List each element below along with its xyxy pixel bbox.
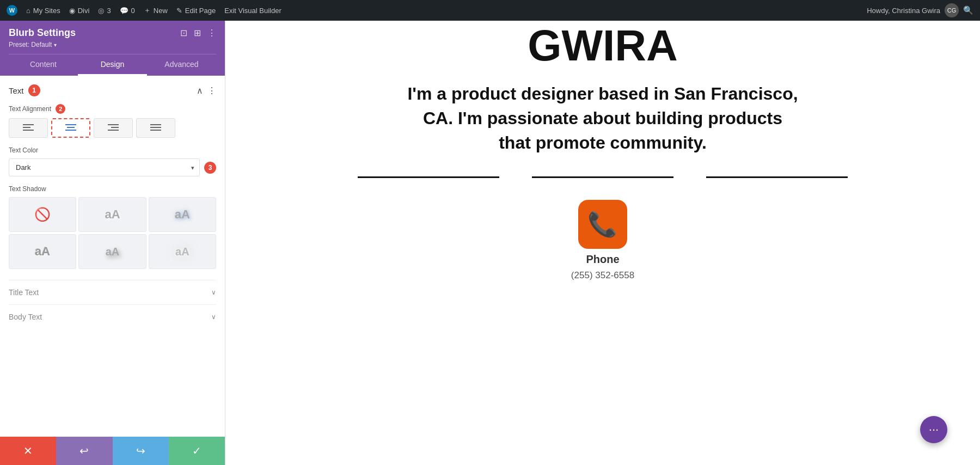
wordpress-icon: W [7,5,17,16]
edit-page-button[interactable]: ✎ Edit Page [176,7,216,15]
speech-bubble-menu[interactable]: 💬 0 [120,7,135,15]
phone-icon: 📞 [587,210,617,238]
text-section-title: Text 1 [9,84,40,96]
tab-advanced[interactable]: Advanced [147,54,216,76]
align-right-button[interactable] [94,118,133,138]
edit-page-label: Edit Page [185,7,216,15]
fab-button[interactable]: ··· [920,416,947,443]
panel-title: Blurb Settings [9,27,76,39]
bottom-toolbar: ✕ ↩ ↪ ✓ [0,437,225,465]
preview-panel: GWIRA I'm a product designer based in Sa… [225,21,980,465]
divider-3 [706,176,848,178]
panel-tabs: Content Design Advanced [9,54,216,76]
sites-icon: ⌂ [26,7,30,15]
text-shadow-label: Text Shadow [9,185,216,193]
shadow-none-option[interactable]: 🚫 [9,197,76,232]
panel-title-row: Blurb Settings ⊡ ⊞ ⋮ [9,27,216,39]
text-shadow-grid: 🚫 aA aA aA aA aA [9,197,216,269]
align-center-button[interactable] [51,118,90,138]
section-menu-icon[interactable]: ⋮ [207,85,216,96]
admin-bar-right: Howdy, Christina Gwira CG 🔍 [867,3,973,17]
preset-selector[interactable]: Preset: Default ▾ [9,41,216,48]
shadow-v4-preview: aA [106,246,120,258]
body-text-section: Body Text ∨ [9,304,216,329]
redo-button[interactable]: ↪ [113,437,169,465]
align-justify-icon [150,123,161,133]
avatar[interactable]: CG [945,3,959,17]
exit-visual-builder-button[interactable]: Exit Visual Builder [224,7,281,15]
phone-label: Phone [586,253,619,266]
align-left-button[interactable] [9,118,48,138]
fab-icon: ··· [929,423,939,437]
new-menu[interactable]: ＋ New [144,5,168,15]
shadow-v2-preview: aA [175,207,190,222]
section-controls: ∧ ⋮ [197,85,216,96]
panel-header-icons: ⊡ ⊞ ⋮ [180,28,216,38]
preview-site-title: GWIRA [258,21,947,71]
wp-logo[interactable]: W [7,5,17,16]
phone-number: (255) 352-6558 [571,270,634,281]
pencil-icon: ✎ [176,7,182,15]
text-color-row: Dark Light Custom ▾ 3 [9,158,216,176]
align-center-icon [65,123,76,133]
admin-bar: W ⌂ My Sites ◉ Divi ◎ 3 💬 0 ＋ New ✎ Edit… [0,0,980,21]
svg-rect-6 [108,124,119,125]
svg-rect-11 [150,130,161,131]
shadow-v4-option[interactable]: aA [78,234,146,269]
my-sites-menu[interactable]: ⌂ My Sites [26,7,60,15]
title-text-header[interactable]: Title Text ∨ [9,288,216,297]
svg-rect-3 [65,124,76,125]
text-alignment-label: Text Alignment 2 [9,104,216,114]
more-options-icon[interactable]: ⋮ [207,28,216,38]
screen-options-icon[interactable]: ⊡ [180,28,187,38]
svg-rect-7 [111,127,119,128]
divi-icon: ◉ [69,7,75,15]
svg-rect-0 [23,124,34,125]
main-layout: Blurb Settings ⊡ ⊞ ⋮ Preset: Default ▾ C… [0,21,980,465]
divi-label: Divi [78,7,90,15]
title-text-section: Title Text ∨ [9,280,216,304]
title-text-label: Title Text [9,288,39,297]
preview-dividers [358,176,848,178]
shadow-v3-option[interactable]: aA [9,234,76,269]
search-icon[interactable]: 🔍 [963,5,973,15]
text-color-select[interactable]: Dark Light Custom [9,158,200,176]
shadow-v3-preview: aA [35,244,50,259]
undo-button[interactable]: ↩ [56,437,112,465]
preview-tagline: I'm a product designer based in San Fran… [407,82,799,155]
divider-1 [358,176,499,178]
align-justify-button[interactable] [136,118,175,138]
svg-rect-1 [23,127,30,128]
text-section-badge: 1 [28,84,40,96]
text-color-select-wrapper: Dark Light Custom ▾ [9,158,200,176]
shadow-v2-option[interactable]: aA [149,197,216,232]
comments-count: 3 [107,7,111,15]
text-color-label: Text Color [9,146,216,154]
user-greeting: Howdy, Christina Gwira [867,7,940,15]
svg-rect-2 [23,130,34,131]
layout-icon[interactable]: ⊞ [194,28,201,38]
shadow-v5-option[interactable]: aA [149,234,216,269]
comments-menu[interactable]: ◎ 3 [98,7,111,15]
cancel-button[interactable]: ✕ [0,437,56,465]
speech-bubble-icon: 💬 [120,7,128,15]
align-left-icon [23,123,34,133]
divi-menu[interactable]: ◉ Divi [69,7,90,15]
speech-count: 0 [131,7,135,15]
svg-rect-8 [108,130,119,131]
new-label: New [154,7,168,15]
tab-content[interactable]: Content [9,54,78,76]
divider-2 [532,176,673,178]
tab-design[interactable]: Design [78,54,147,76]
text-color-badge: 3 [204,162,216,174]
svg-rect-9 [150,124,161,125]
save-button[interactable]: ✓ [169,437,225,465]
shadow-v1-option[interactable]: aA [78,197,146,232]
alignment-options [9,118,216,138]
svg-rect-5 [65,130,76,131]
body-text-header[interactable]: Body Text ∨ [9,313,216,321]
section-collapse-icon[interactable]: ∧ [197,85,203,96]
phone-icon-box: 📞 [578,200,627,249]
settings-panel: Blurb Settings ⊡ ⊞ ⋮ Preset: Default ▾ C… [0,21,225,465]
my-sites-label: My Sites [33,7,60,15]
